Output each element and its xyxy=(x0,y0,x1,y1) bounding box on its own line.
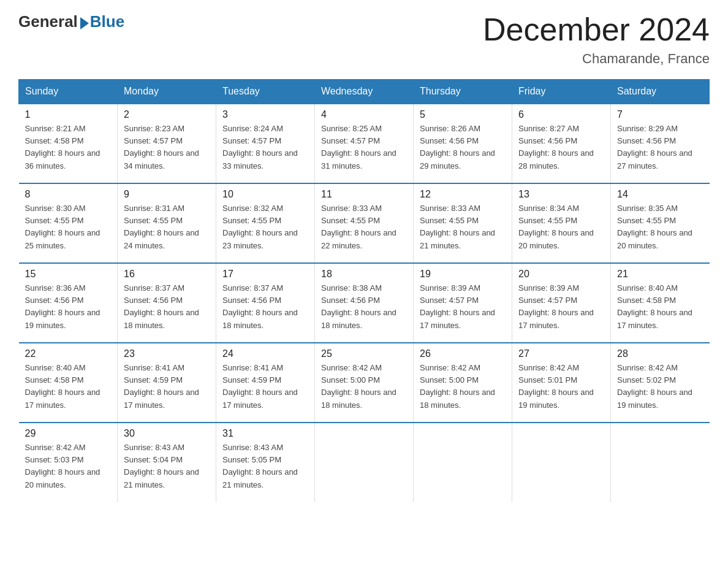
day-info: Sunrise: 8:29 AMSunset: 4:56 PMDaylight:… xyxy=(617,123,703,172)
calendar-cell: 10Sunrise: 8:32 AMSunset: 4:55 PMDayligh… xyxy=(216,183,315,263)
day-number: 28 xyxy=(617,348,703,359)
day-number: 9 xyxy=(124,189,210,200)
day-info: Sunrise: 8:42 AMSunset: 5:00 PMDaylight:… xyxy=(420,362,506,412)
calendar-cell: 16Sunrise: 8:37 AMSunset: 4:56 PMDayligh… xyxy=(118,263,216,343)
day-info: Sunrise: 8:43 AMSunset: 5:05 PMDaylight:… xyxy=(222,442,308,491)
day-info: Sunrise: 8:30 AMSunset: 4:55 PMDaylight:… xyxy=(25,202,112,252)
day-number: 7 xyxy=(617,109,703,120)
day-number: 14 xyxy=(617,189,703,200)
calendar-cell: 14Sunrise: 8:35 AMSunset: 4:55 PMDayligh… xyxy=(611,183,710,263)
day-info: Sunrise: 8:26 AMSunset: 4:56 PMDaylight:… xyxy=(420,123,506,172)
calendar-cell: 28Sunrise: 8:42 AMSunset: 5:02 PMDayligh… xyxy=(611,343,710,423)
day-number: 12 xyxy=(420,189,506,200)
calendar-cell: 21Sunrise: 8:40 AMSunset: 4:58 PMDayligh… xyxy=(611,263,710,343)
day-number: 23 xyxy=(124,348,210,359)
day-info: Sunrise: 8:34 AMSunset: 4:55 PMDaylight:… xyxy=(518,202,604,252)
day-number: 31 xyxy=(222,428,308,439)
day-number: 3 xyxy=(222,109,308,120)
calendar-cell: 2Sunrise: 8:23 AMSunset: 4:57 PMDaylight… xyxy=(118,104,216,183)
day-info: Sunrise: 8:33 AMSunset: 4:55 PMDaylight:… xyxy=(420,202,506,252)
calendar-cell xyxy=(512,423,611,502)
calendar-week-row: 29Sunrise: 8:42 AMSunset: 5:03 PMDayligh… xyxy=(19,423,710,502)
day-number: 15 xyxy=(25,269,112,280)
calendar-cell: 3Sunrise: 8:24 AMSunset: 4:57 PMDaylight… xyxy=(216,104,315,183)
day-info: Sunrise: 8:35 AMSunset: 4:55 PMDaylight:… xyxy=(617,202,703,252)
header-wednesday: Wednesday xyxy=(315,80,414,104)
day-number: 13 xyxy=(518,189,604,200)
calendar-cell: 23Sunrise: 8:41 AMSunset: 4:59 PMDayligh… xyxy=(118,343,216,423)
logo-general-text: General xyxy=(18,12,78,31)
day-number: 11 xyxy=(321,189,407,200)
day-number: 16 xyxy=(124,269,210,280)
day-info: Sunrise: 8:33 AMSunset: 4:55 PMDaylight:… xyxy=(321,202,407,252)
day-number: 21 xyxy=(617,269,703,280)
day-number: 24 xyxy=(222,348,308,359)
calendar-cell: 4Sunrise: 8:25 AMSunset: 4:57 PMDaylight… xyxy=(315,104,414,183)
calendar-cell: 11Sunrise: 8:33 AMSunset: 4:55 PMDayligh… xyxy=(315,183,414,263)
day-info: Sunrise: 8:42 AMSunset: 5:01 PMDaylight:… xyxy=(518,362,604,412)
day-number: 18 xyxy=(321,269,407,280)
day-number: 17 xyxy=(222,269,308,280)
day-info: Sunrise: 8:21 AMSunset: 4:58 PMDaylight:… xyxy=(25,123,112,172)
day-number: 20 xyxy=(518,269,604,280)
calendar-week-row: 8Sunrise: 8:30 AMSunset: 4:55 PMDaylight… xyxy=(19,183,710,263)
calendar-week-row: 15Sunrise: 8:36 AMSunset: 4:56 PMDayligh… xyxy=(19,263,710,343)
day-number: 2 xyxy=(124,109,210,120)
calendar-week-row: 22Sunrise: 8:40 AMSunset: 4:58 PMDayligh… xyxy=(19,343,710,423)
day-info: Sunrise: 8:42 AMSunset: 5:02 PMDaylight:… xyxy=(617,362,703,412)
calendar-subtitle: Chamarande, France xyxy=(483,51,710,67)
day-info: Sunrise: 8:41 AMSunset: 4:59 PMDaylight:… xyxy=(222,362,308,412)
calendar-cell xyxy=(611,423,710,502)
calendar-cell: 15Sunrise: 8:36 AMSunset: 4:56 PMDayligh… xyxy=(19,263,118,343)
calendar-title: December 2024 xyxy=(483,12,710,47)
calendar-cell: 18Sunrise: 8:38 AMSunset: 4:56 PMDayligh… xyxy=(315,263,414,343)
calendar-cell: 1Sunrise: 8:21 AMSunset: 4:58 PMDaylight… xyxy=(19,104,118,183)
day-info: Sunrise: 8:36 AMSunset: 4:56 PMDaylight:… xyxy=(25,282,112,332)
header-monday: Monday xyxy=(118,80,216,104)
header-sunday: Sunday xyxy=(19,80,118,104)
day-info: Sunrise: 8:38 AMSunset: 4:56 PMDaylight:… xyxy=(321,282,407,332)
logo-triangle-icon xyxy=(80,17,89,29)
calendar-cell: 13Sunrise: 8:34 AMSunset: 4:55 PMDayligh… xyxy=(512,183,611,263)
header-friday: Friday xyxy=(512,80,611,104)
day-number: 26 xyxy=(420,348,506,359)
day-number: 27 xyxy=(518,348,604,359)
logo: General Blue xyxy=(18,12,124,31)
day-number: 22 xyxy=(25,348,112,359)
calendar-cell: 26Sunrise: 8:42 AMSunset: 5:00 PMDayligh… xyxy=(414,343,512,423)
logo-blue-text: Blue xyxy=(90,12,124,31)
calendar-cell: 31Sunrise: 8:43 AMSunset: 5:05 PMDayligh… xyxy=(216,423,315,502)
day-number: 10 xyxy=(222,189,308,200)
header-tuesday: Tuesday xyxy=(216,80,315,104)
day-number: 19 xyxy=(420,269,506,280)
calendar-cell: 22Sunrise: 8:40 AMSunset: 4:58 PMDayligh… xyxy=(19,343,118,423)
calendar-week-row: 1Sunrise: 8:21 AMSunset: 4:58 PMDaylight… xyxy=(19,104,710,183)
day-info: Sunrise: 8:24 AMSunset: 4:57 PMDaylight:… xyxy=(222,123,308,172)
calendar-cell: 9Sunrise: 8:31 AMSunset: 4:55 PMDaylight… xyxy=(118,183,216,263)
day-number: 29 xyxy=(25,428,112,439)
calendar-cell: 19Sunrise: 8:39 AMSunset: 4:57 PMDayligh… xyxy=(414,263,512,343)
day-info: Sunrise: 8:25 AMSunset: 4:57 PMDaylight:… xyxy=(321,123,407,172)
day-info: Sunrise: 8:37 AMSunset: 4:56 PMDaylight:… xyxy=(124,282,210,332)
page-header: General Blue December 2024 Chamarande, F… xyxy=(18,12,710,67)
day-info: Sunrise: 8:43 AMSunset: 5:04 PMDaylight:… xyxy=(124,442,210,491)
calendar-cell: 29Sunrise: 8:42 AMSunset: 5:03 PMDayligh… xyxy=(19,423,118,502)
calendar-cell: 17Sunrise: 8:37 AMSunset: 4:56 PMDayligh… xyxy=(216,263,315,343)
day-number: 30 xyxy=(124,428,210,439)
day-info: Sunrise: 8:42 AMSunset: 5:03 PMDaylight:… xyxy=(25,442,112,491)
day-number: 1 xyxy=(25,109,112,120)
calendar-cell: 20Sunrise: 8:39 AMSunset: 4:57 PMDayligh… xyxy=(512,263,611,343)
day-info: Sunrise: 8:42 AMSunset: 5:00 PMDaylight:… xyxy=(321,362,407,412)
calendar-cell xyxy=(414,423,512,502)
calendar-cell: 7Sunrise: 8:29 AMSunset: 4:56 PMDaylight… xyxy=(611,104,710,183)
title-section: December 2024 Chamarande, France xyxy=(483,12,710,67)
day-info: Sunrise: 8:32 AMSunset: 4:55 PMDaylight:… xyxy=(222,202,308,252)
day-number: 6 xyxy=(518,109,604,120)
day-info: Sunrise: 8:27 AMSunset: 4:56 PMDaylight:… xyxy=(518,123,604,172)
header-thursday: Thursday xyxy=(414,80,512,104)
calendar-header-row: SundayMondayTuesdayWednesdayThursdayFrid… xyxy=(19,80,710,104)
day-info: Sunrise: 8:41 AMSunset: 4:59 PMDaylight:… xyxy=(124,362,210,412)
calendar-cell: 27Sunrise: 8:42 AMSunset: 5:01 PMDayligh… xyxy=(512,343,611,423)
day-info: Sunrise: 8:39 AMSunset: 4:57 PMDaylight:… xyxy=(420,282,506,332)
day-number: 4 xyxy=(321,109,407,120)
